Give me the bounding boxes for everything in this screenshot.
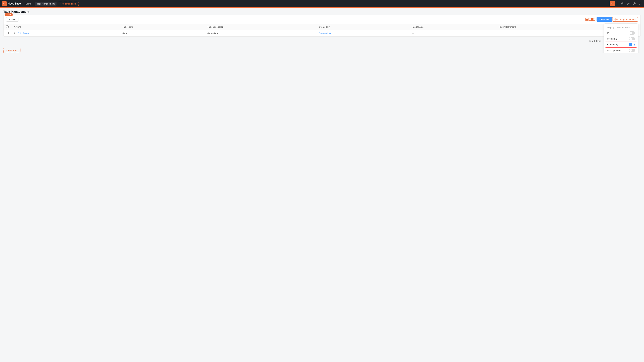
add-new-button[interactable]: + Add new [596, 17, 612, 22]
svg-rect-9 [587, 18, 588, 19]
svg-point-6 [634, 4, 634, 4]
popup-header: Display collection fields [604, 25, 638, 30]
svg-point-4 [628, 3, 629, 4]
toggle-id-slider [629, 31, 635, 35]
edit-link[interactable]: Edit [18, 32, 21, 34]
col-task-description: Task Description [205, 24, 316, 30]
page-header: Task Management [0, 8, 644, 15]
add-block-button[interactable]: + Add block [3, 48, 20, 53]
table-toolbar: Filter [4, 15, 640, 24]
content-area: Tasks Filter [0, 15, 644, 53]
nav-task-management[interactable]: Task Management [35, 2, 56, 6]
user-icon[interactable] [639, 2, 642, 5]
filter-button[interactable]: Filter [6, 17, 18, 22]
popup-item-created-at[interactable]: Created at [604, 36, 638, 41]
toggle-last-updated-at[interactable] [629, 49, 635, 52]
svg-rect-14 [589, 20, 591, 20]
view-toggle-icons[interactable] [586, 18, 595, 21]
top-navigation: N NocoBase Demo Task Management + Add me… [0, 0, 644, 7]
add-menu-item-btn[interactable]: + Add menu item [58, 2, 79, 6]
toggle-id[interactable] [629, 31, 635, 35]
svg-rect-17 [594, 18, 595, 20]
popup-field-label-created-at: Created at [607, 37, 617, 40]
super-admin-link[interactable]: Super Admin [319, 32, 332, 34]
svg-text:N: N [3, 2, 4, 5]
toggle-created-by-slider [629, 43, 635, 46]
search-icon-btn[interactable] [610, 1, 615, 6]
col-task-status: Task Status [410, 24, 496, 30]
col-actions: Actions [11, 24, 120, 30]
task-attachments-cell [496, 30, 614, 36]
data-table: Actions Task Name Task Description Creat… [4, 24, 640, 36]
popup-field-label-id: ID [607, 32, 609, 34]
svg-point-7 [640, 3, 641, 4]
pagination-row: Total 1 items 1 20 / page [3, 36, 641, 45]
row-num-cell: 1 Edit Delete [11, 30, 120, 36]
created-by-cell: Super Admin [316, 30, 410, 36]
row-checkbox[interactable] [6, 32, 8, 34]
task-description-cell: demo data [205, 30, 316, 36]
toggle-created-by[interactable] [629, 43, 635, 46]
col-checkbox [4, 24, 11, 30]
row-checkbox-cell [4, 30, 11, 36]
table-header-row: Actions Task Name Task Description Creat… [4, 24, 640, 30]
svg-rect-8 [586, 18, 587, 19]
svg-rect-15 [593, 18, 593, 20]
popup-field-label-last-updated-at: Last updated at [607, 49, 622, 52]
grid-view-icon[interactable] [586, 18, 588, 21]
settings-icon[interactable] [626, 2, 630, 5]
app-logo[interactable]: N NocoBase [2, 1, 21, 6]
popup-item-created-by[interactable]: Created by [605, 41, 637, 48]
delete-link[interactable]: Delete [23, 32, 29, 34]
svg-rect-10 [586, 19, 587, 20]
svg-point-19 [615, 19, 616, 20]
toggle-created-at-slider [629, 37, 635, 40]
col-task-name: Task Name [120, 24, 205, 30]
nav-demo[interactable]: Demo [24, 2, 33, 6]
app-name: NocoBase [8, 2, 21, 5]
configure-columns-button[interactable]: Configure columns [612, 17, 638, 22]
svg-rect-12 [589, 18, 591, 19]
svg-rect-13 [589, 19, 591, 19]
svg-rect-11 [587, 19, 588, 20]
configure-columns-popup: Display collection fields ID Created at [604, 23, 638, 53]
toggle-last-updated-at-slider [629, 49, 635, 52]
page-title: Task Management [3, 10, 641, 13]
popup-field-label-created-by: Created by [607, 43, 618, 46]
nav-icon-group [610, 1, 642, 6]
link-icon[interactable] [620, 2, 624, 5]
col-created-by: Created by [316, 24, 410, 30]
toggle-created-at[interactable] [629, 37, 635, 40]
filter-icon [8, 18, 11, 21]
tasks-badge: Tasks [5, 13, 12, 16]
task-status-cell: — [410, 30, 496, 36]
settings-small-icon [614, 18, 617, 21]
table-block: Tasks Filter [3, 15, 641, 36]
popup-item-id[interactable]: ID [604, 30, 638, 36]
svg-rect-16 [593, 18, 594, 20]
table-row: 1 Edit Delete demo demo data Super Admin… [4, 30, 640, 36]
total-items: Total 1 items [589, 40, 601, 42]
popup-item-last-updated-at[interactable]: Last updated at [604, 48, 638, 53]
select-all-checkbox[interactable] [6, 25, 8, 28]
task-name-cell: demo [120, 30, 205, 36]
columns-view-icon[interactable] [592, 18, 595, 21]
list-view-icon[interactable] [589, 18, 592, 21]
col-task-attachments: Task Attachments [496, 24, 614, 30]
help-icon[interactable] [632, 2, 636, 5]
svg-line-3 [613, 4, 613, 5]
